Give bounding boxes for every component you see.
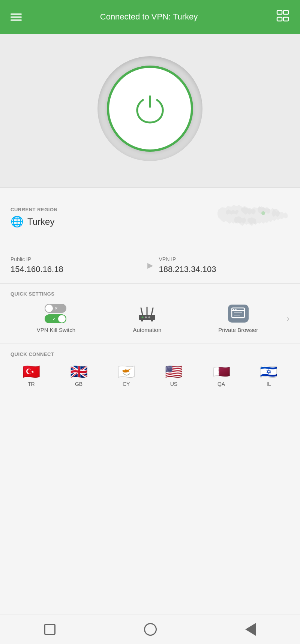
flag-code-gb: GB xyxy=(75,381,82,387)
svg-rect-0 xyxy=(277,10,282,14)
public-ip-value: 154.160.16.18 xyxy=(10,264,141,274)
svg-rect-2 xyxy=(277,17,282,21)
kill-switch-icon: ✕ ✓ xyxy=(45,304,67,323)
flag-gb: 🇬🇧 xyxy=(70,365,88,379)
nav-home-button[interactable] xyxy=(144,623,157,636)
ip-section: Public IP 154.160.16.18 ▶ VPN IP 188.213… xyxy=(0,247,300,284)
svg-point-13 xyxy=(148,317,150,318)
square-icon xyxy=(44,624,56,635)
svg-rect-7 xyxy=(151,318,153,321)
quick-settings-label: QUICK SETTINGS xyxy=(10,291,290,297)
flag-item-cy[interactable]: 🇨🇾 CY xyxy=(105,365,147,387)
flag-code-cy: CY xyxy=(123,381,130,387)
nav-square-button[interactable] xyxy=(44,624,56,635)
quick-settings-section: QUICK SETTINGS ✕ ✓ VPN Kill Switc xyxy=(0,284,300,344)
svg-point-11 xyxy=(142,317,144,318)
flag-il: 🇮🇱 xyxy=(260,365,278,379)
quick-settings-row: ✕ ✓ VPN Kill Switch xyxy=(10,304,290,333)
flag-code-il: IL xyxy=(267,381,271,387)
kill-switch-label: VPN Kill Switch xyxy=(37,327,75,333)
flag-item-us[interactable]: 🇺🇸 US xyxy=(153,365,195,387)
flag-tr: 🇹🇷 xyxy=(22,365,40,379)
flag-item-il[interactable]: 🇮🇱 IL xyxy=(248,365,290,387)
flag-code-qa: QA xyxy=(218,381,225,387)
circle-icon xyxy=(144,623,157,636)
quick-setting-kill-switch[interactable]: ✕ ✓ VPN Kill Switch xyxy=(10,304,102,333)
svg-rect-1 xyxy=(284,10,288,14)
flag-qa: 🇶🇦 xyxy=(213,365,230,379)
svg-point-17 xyxy=(235,309,237,310)
svg-rect-19 xyxy=(234,315,240,315)
svg-rect-3 xyxy=(284,17,288,21)
quick-setting-private-browser[interactable]: Private Browser xyxy=(193,304,284,333)
svg-line-10 xyxy=(152,308,153,315)
svg-line-8 xyxy=(141,308,142,315)
quick-setting-automation[interactable]: Automation xyxy=(102,304,193,333)
flag-code-tr: TR xyxy=(28,381,35,387)
svg-point-4 xyxy=(261,211,265,215)
flag-cy: 🇨🇾 xyxy=(117,365,135,379)
quick-connect-section: QUICK CONNECT 🇹🇷 TR 🇬🇧 GB 🇨🇾 CY 🇺🇸 US 🇶🇦… xyxy=(0,344,300,614)
svg-point-12 xyxy=(145,317,147,318)
region-value: 🌐 Turkey xyxy=(10,215,57,228)
header-title: Connected to VPN: Turkey xyxy=(22,12,276,22)
region-label: CURRENT REGION xyxy=(10,207,57,212)
back-icon xyxy=(245,623,256,636)
flag-code-us: US xyxy=(170,381,177,387)
svg-point-16 xyxy=(233,309,234,310)
private-browser-label: Private Browser xyxy=(218,327,258,333)
vpn-ip-value: 188.213.34.103 xyxy=(159,264,290,274)
bottom-navigation xyxy=(0,614,300,644)
region-country: Turkey xyxy=(27,217,54,227)
automation-icon xyxy=(136,304,158,323)
flag-us: 🇺🇸 xyxy=(165,365,183,379)
quick-connect-label: QUICK CONNECT xyxy=(10,351,290,357)
vpn-ip-block: VPN IP 188.213.34.103 xyxy=(159,256,290,274)
menu-button[interactable] xyxy=(10,13,22,21)
power-button[interactable] xyxy=(107,66,193,152)
vpn-ip-label: VPN IP xyxy=(159,256,290,262)
quick-settings-more-icon[interactable]: › xyxy=(287,314,290,324)
private-browser-icon xyxy=(227,304,249,323)
network-icon[interactable] xyxy=(276,9,290,25)
region-section: CURRENT REGION 🌐 Turkey xyxy=(0,187,300,247)
quick-connect-flags: 🇹🇷 TR 🇬🇧 GB 🇨🇾 CY 🇺🇸 US 🇶🇦 QA 🇮🇱 IL xyxy=(10,365,290,387)
power-outer-ring xyxy=(98,56,202,161)
flag-item-qa[interactable]: 🇶🇦 QA xyxy=(201,365,242,387)
flag-item-tr[interactable]: 🇹🇷 TR xyxy=(10,365,52,387)
svg-rect-18 xyxy=(234,312,242,313)
public-ip-label: Public IP xyxy=(10,256,141,262)
globe-icon: 🌐 xyxy=(10,215,24,228)
flag-item-gb[interactable]: 🇬🇧 GB xyxy=(58,365,100,387)
world-map xyxy=(214,197,290,238)
public-ip-block: Public IP 154.160.16.18 xyxy=(10,256,141,274)
ip-arrow-icon: ▶ xyxy=(147,261,153,270)
header: Connected to VPN: Turkey xyxy=(0,0,300,34)
nav-back-button[interactable] xyxy=(245,623,256,636)
region-left: CURRENT REGION 🌐 Turkey xyxy=(10,207,57,228)
automation-label: Automation xyxy=(133,327,161,333)
svg-rect-6 xyxy=(141,318,143,321)
power-section xyxy=(0,34,300,187)
